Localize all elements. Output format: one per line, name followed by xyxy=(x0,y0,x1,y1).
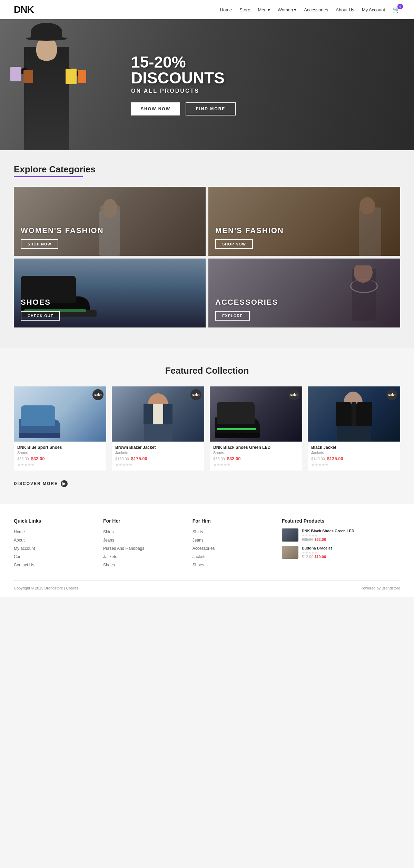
brand-logo[interactable]: DNK xyxy=(14,4,34,15)
for-him-title: For Him xyxy=(193,518,272,524)
product-name-3: Black Jacket xyxy=(311,445,397,450)
price-old-1: $180.00 xyxy=(115,457,129,461)
product-info-3: Black Jacket Jackets $140.00 $135.00 ★★★… xyxy=(308,442,400,471)
shoes-label: SHOES xyxy=(21,298,199,307)
list-item[interactable]: Jackets xyxy=(193,553,272,559)
categories-title: Explore Categories xyxy=(14,164,400,175)
accessories-label: ACCESSORIES xyxy=(215,298,393,307)
list-item[interactable]: Contact Us xyxy=(14,562,93,568)
product-card-3[interactable]: Sale! Black Jacket Jackets $140.00 $135.… xyxy=(308,386,400,471)
nav-item-men[interactable]: Men ▾ xyxy=(258,7,270,12)
fp-name-0: DNK Black Shoes Green LED xyxy=(302,529,354,533)
product-category-2: Shoes xyxy=(213,451,299,455)
fp-item-0[interactable]: DNK Black Shoes Green LED ★★★★★ $35.00 $… xyxy=(282,528,400,542)
product-image-0: Sale! xyxy=(14,386,106,442)
price-new-2: $32.00 xyxy=(227,456,241,461)
nav-item-store[interactable]: Store xyxy=(239,7,250,13)
list-item[interactable]: Shoes xyxy=(193,562,272,568)
hero-subtitle: ON ALL PRODUCTS xyxy=(131,88,236,94)
hero-discount: 15-20% DISCOUNTS xyxy=(131,54,236,86)
shoes-btn[interactable]: CHECK OUT xyxy=(21,311,60,321)
categories-underline xyxy=(14,176,83,177)
fp-price-old-0: $35.00 xyxy=(302,537,314,542)
fp-stars-0: ★★★★★ xyxy=(302,534,354,537)
hero-figure xyxy=(10,19,121,150)
fp-prices-0: $35.00 $32.00 xyxy=(302,537,354,542)
for-him-list: Shirts Jeans Accessories Jackets Shoes xyxy=(193,528,272,568)
womens-fashion-btn[interactable]: SHOP NOW xyxy=(21,239,58,249)
mens-fashion-label: MEN'S FASHION xyxy=(215,226,393,235)
product-image-1: Sale! xyxy=(112,386,204,442)
fp-info-0: DNK Black Shoes Green LED ★★★★★ $35.00 $… xyxy=(302,529,354,542)
nav-item-accessories[interactable]: Accessories xyxy=(304,7,328,13)
list-item[interactable]: Jeans xyxy=(103,537,182,543)
product-prices-0: $35.00 $32.00 xyxy=(17,456,103,461)
list-item[interactable]: Purses And Handbags xyxy=(103,545,182,551)
nav-item-home[interactable]: Home xyxy=(220,7,232,13)
list-item[interactable]: Home xyxy=(14,528,93,535)
product-card-1[interactable]: Sale! Brown Blazer Jacket Jackets $180.0… xyxy=(112,386,204,471)
fp-item-1[interactable]: Buddha Bracelet ★★★★★ $12.00 $10.00 xyxy=(282,546,400,559)
stars-1: ★★★★★ xyxy=(115,463,201,467)
price-old-3: $140.00 xyxy=(311,457,325,461)
nav-links: Home Store Men ▾ Women ▾ Accessories Abo… xyxy=(220,6,400,13)
sale-badge-2: Sale! xyxy=(288,389,299,400)
hero-buttons: SHOW NOW FIND MORE xyxy=(131,102,236,115)
product-card-0[interactable]: Sale! DNK Blue Sport Shoes Shoes $35.00 … xyxy=(14,386,106,471)
product-category-3: Jackets xyxy=(311,451,397,455)
fp-info-1: Buddha Bracelet ★★★★★ $12.00 $10.00 xyxy=(302,546,332,559)
category-womens-fashion[interactable]: WOMEN'S FASHION SHOP NOW xyxy=(14,187,206,256)
stars-0: ★★★★★ xyxy=(17,463,103,467)
shoes-overlay: SHOES CHECK OUT xyxy=(14,259,206,327)
discover-more-button[interactable]: DISCOVER MORE ▶ xyxy=(14,480,400,487)
product-info-2: DNK Black Shoes Green LED Shoes $35.00 $… xyxy=(210,442,302,471)
featured-products-title: Featured Products xyxy=(282,518,400,524)
sale-badge-0: Sale! xyxy=(92,389,103,400)
accessories-btn[interactable]: EXPLORE xyxy=(215,311,250,321)
categories-grid: WOMEN'S FASHION SHOP NOW MEN'S FASHION S… xyxy=(14,187,400,327)
mens-fashion-btn[interactable]: SHOP NOW xyxy=(215,239,253,249)
navbar: DNK Home Store Men ▾ Women ▾ Accessories… xyxy=(0,0,414,19)
for-her-list: Shirts Jeans Purses And Handbags Jackets… xyxy=(103,528,182,568)
for-her-title: For Her xyxy=(103,518,182,524)
list-item[interactable]: Shirts xyxy=(193,528,272,535)
nav-item-about[interactable]: About Us xyxy=(336,7,354,13)
product-prices-3: $140.00 $135.00 xyxy=(311,456,397,461)
list-item[interactable]: Cart xyxy=(14,553,93,559)
product-category-0: Shoes xyxy=(17,451,103,455)
list-item[interactable]: Shirts xyxy=(103,528,182,535)
list-item[interactable]: Shoes xyxy=(103,562,182,568)
stars-3: ★★★★★ xyxy=(311,463,397,467)
nav-item-account[interactable]: My Account xyxy=(362,7,385,13)
find-more-button[interactable]: FIND MORE xyxy=(186,102,236,115)
price-old-2: $35.00 xyxy=(213,457,225,461)
cart-icon[interactable]: 🛒 0 xyxy=(393,6,400,13)
copyright-text: Copyright © 2019 Brandstore | Credits xyxy=(14,586,78,590)
list-item[interactable]: Jackets xyxy=(103,553,182,559)
product-card-2[interactable]: Sale! DNK Black Shoes Green LED Shoes $3… xyxy=(210,386,302,471)
category-shoes[interactable]: SHOES CHECK OUT xyxy=(14,259,206,327)
product-name-0: DNK Blue Sport Shoes xyxy=(17,445,103,450)
footer-grid: Quick Links Home About My account Cart C… xyxy=(14,518,400,570)
stars-2: ★★★★★ xyxy=(213,463,299,467)
list-item[interactable]: My account xyxy=(14,545,93,551)
fp-prices-1: $12.00 $10.00 xyxy=(302,555,332,559)
product-name-1: Brown Blazer Jacket xyxy=(115,445,201,450)
show-now-button[interactable]: SHOW NOW xyxy=(131,102,180,115)
womens-fashion-label: WOMEN'S FASHION xyxy=(21,226,199,235)
category-mens-fashion[interactable]: MEN'S FASHION SHOP NOW xyxy=(208,187,400,256)
list-item[interactable]: About xyxy=(14,537,93,543)
price-old-0: $35.00 xyxy=(17,457,29,461)
list-item[interactable]: Jeans xyxy=(193,537,272,543)
fp-stars-1: ★★★★★ xyxy=(302,551,332,555)
category-accessories[interactable]: ACCESSORIES EXPLORE xyxy=(208,259,400,327)
featured-title: Featured Collection xyxy=(14,365,400,376)
price-new-1: $175.00 xyxy=(131,456,147,461)
product-image-2: Sale! xyxy=(210,386,302,442)
products-grid: Sale! DNK Blue Sport Shoes Shoes $35.00 … xyxy=(14,386,400,471)
quick-links-title: Quick Links xyxy=(14,518,93,524)
nav-item-women[interactable]: Women ▾ xyxy=(278,7,297,12)
list-item[interactable]: Accessories xyxy=(193,545,272,551)
sale-badge-3: Sale! xyxy=(386,389,397,400)
hero-content: 15-20% DISCOUNTS ON ALL PRODUCTS SHOW NO… xyxy=(131,54,236,115)
